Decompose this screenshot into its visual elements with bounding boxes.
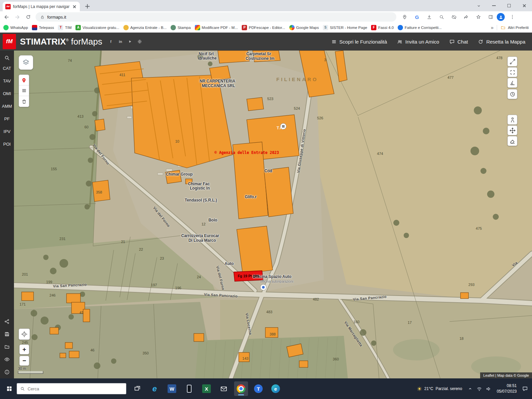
new-tab-button[interactable] [84, 3, 91, 10]
angle-measure-button[interactable] [507, 78, 517, 88]
sidebar-item-omi[interactable]: OMI [3, 91, 11, 96]
bookmark-item[interactable]: AVisualizzatore gratu... [75, 25, 119, 30]
share-icon[interactable] [4, 319, 10, 325]
sidebar-item-amm[interactable]: AMM [2, 104, 12, 109]
bookmark-item[interactable]: SSISTER - Home Page [323, 25, 367, 30]
info-icon[interactable] [4, 369, 10, 375]
search-icon[interactable] [0, 53, 14, 63]
linkedin-icon[interactable]: in [118, 39, 123, 44]
side-panel-icon[interactable] [486, 12, 495, 22]
header-menu-item[interactable]: Chat [449, 39, 468, 45]
reload-icon[interactable] [24, 12, 33, 22]
layers-button[interactable] [19, 55, 33, 70]
start-button[interactable] [3, 382, 16, 395]
share-icon[interactable] [462, 12, 471, 22]
bookmark-item[interactable]: Google Maps [289, 25, 319, 30]
notification-center-icon[interactable] [522, 386, 528, 392]
locate-button[interactable] [19, 329, 30, 340]
weather-widget[interactable]: ☀ 21°C Parzial. sereno [417, 385, 462, 392]
tray-expand-icon[interactable] [467, 386, 473, 391]
header-menu-item[interactable]: Invita un Amico [397, 39, 439, 45]
save-icon[interactable] [4, 331, 10, 337]
tab-search-icon[interactable] [475, 2, 483, 10]
header-menu-item[interactable]: Resetta la Mappa [478, 39, 525, 45]
map-left-tools [19, 74, 29, 107]
website-globe-icon[interactable] [137, 39, 142, 44]
eye-icon[interactable] [4, 356, 10, 362]
bookmark-favicon: T [58, 25, 63, 30]
youtube-icon[interactable] [127, 39, 133, 44]
selected-parcel[interactable] [234, 271, 263, 281]
location-icon[interactable] [400, 12, 409, 22]
address-bar[interactable]: formaps.it [36, 12, 396, 22]
map-canvas[interactable]: 7441141360103478477523524526474475155358… [14, 51, 532, 378]
bookmark-item[interactable]: WhatsApp [3, 25, 28, 30]
teams-icon[interactable]: T [251, 381, 265, 396]
task-view-icon[interactable] [130, 381, 144, 396]
window-controls [486, 0, 532, 11]
search-input[interactable] [28, 386, 123, 391]
bookmark-item[interactable]: Agenzia Entrate - B... [123, 25, 167, 30]
measure-path-button[interactable] [507, 57, 517, 66]
google-translate-icon[interactable]: G [412, 12, 422, 22]
sidebar-item-poi[interactable]: POI [3, 142, 11, 147]
word-icon[interactable]: W [165, 381, 179, 396]
marker-button[interactable] [19, 75, 29, 85]
facebook-icon[interactable]: f [108, 39, 113, 44]
tab-close-icon[interactable] [72, 4, 77, 9]
lock-icon [40, 15, 45, 19]
sidebar-item-pf[interactable]: PF [4, 116, 10, 121]
zoom-out-button[interactable]: − [19, 356, 29, 366]
minimize-button[interactable] [486, 0, 501, 11]
pan-button[interactable] [507, 125, 517, 135]
select-area-button[interactable] [507, 67, 517, 77]
mail-icon[interactable] [217, 381, 231, 396]
bookmark-item[interactable]: Telepass [32, 25, 54, 30]
trash-button[interactable] [19, 96, 29, 107]
other-favorites-button[interactable]: Altri Preferiti [497, 25, 529, 30]
bookmark-item[interactable]: Fatture e Corrispetti... [398, 25, 442, 30]
network-icon[interactable] [476, 386, 482, 392]
header-menu-item[interactable]: Scopri le Funzionalità [331, 39, 387, 45]
browser-tab[interactable]: fM forMaps | La mappa per navigar [3, 2, 80, 11]
taskbar-clock[interactable]: 08:51 05/07/2023 [497, 383, 517, 394]
ie-icon[interactable]: e [148, 381, 162, 396]
folder-icon[interactable] [4, 344, 10, 350]
install-app-icon[interactable] [425, 12, 434, 22]
bookmark-item[interactable]: Modificare PDF - M... [195, 25, 238, 30]
bookmark-star-icon[interactable] [474, 12, 483, 22]
sidebar-item-tav[interactable]: TAV [3, 78, 11, 83]
bookmarks-overflow-icon[interactable]: » [489, 25, 495, 30]
zoom-icon[interactable] [437, 12, 446, 22]
folder-icon [500, 25, 506, 30]
search-icon [20, 386, 25, 391]
invite-friend-icon [397, 39, 403, 45]
sidebar-item-ipv[interactable]: IPV [4, 129, 11, 134]
phone-icon[interactable] [182, 381, 196, 396]
zoom-in-button[interactable]: + [19, 344, 29, 354]
sidebar-item-cat[interactable]: CAT [3, 66, 11, 71]
weather-desc: Parzial. sereno [436, 386, 462, 391]
menu-list-icon [331, 39, 337, 45]
taskbar-search[interactable] [17, 383, 126, 394]
close-button[interactable] [517, 0, 532, 11]
bookmark-item[interactable]: PPDFescape - Editor... [242, 25, 285, 30]
back-icon[interactable] [2, 12, 11, 22]
maximize-button[interactable] [501, 0, 517, 11]
history-button[interactable] [507, 89, 517, 99]
bookmark-label: Telepass [39, 26, 54, 30]
password-eye-icon[interactable] [449, 12, 459, 22]
street-view-button[interactable] [507, 115, 517, 125]
excel-icon[interactable]: X [200, 381, 213, 396]
eraser-button[interactable] [507, 136, 517, 146]
browser-menu-icon[interactable] [508, 12, 517, 22]
edge-icon[interactable]: e [269, 381, 283, 396]
bookmark-item[interactable]: TTIM [58, 25, 71, 30]
profile-avatar[interactable] [497, 13, 505, 21]
bookmark-item[interactable]: FFassi 4.0 [371, 25, 394, 30]
layer-list-button[interactable] [19, 85, 29, 96]
forward-icon[interactable] [13, 12, 22, 22]
chrome-icon[interactable] [234, 381, 248, 396]
bookmark-item[interactable]: Stampa [171, 25, 191, 30]
volume-icon[interactable] [486, 386, 491, 392]
